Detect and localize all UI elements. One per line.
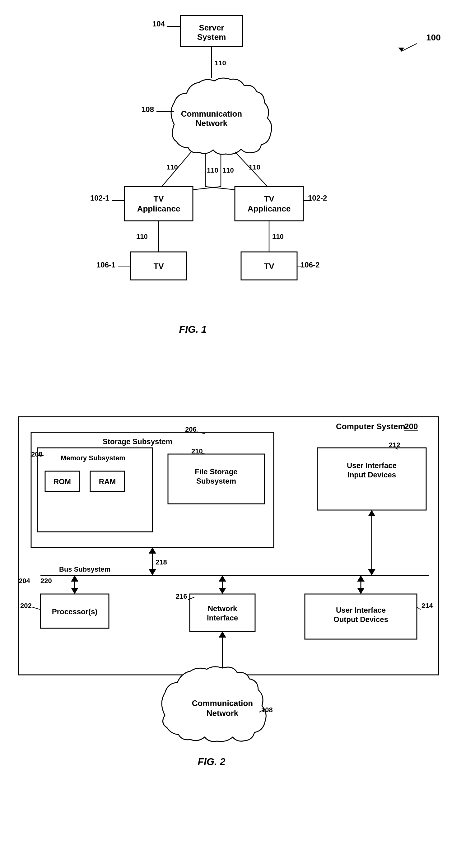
ui-output-label: User Interface [336,606,386,614]
network-interface-label: Network [208,604,237,613]
ref-106-2: 106-2 [301,260,319,269]
ref-110-top: 110 [215,59,226,67]
fig1-label: FIG. 1 [179,324,207,335]
memory-subsystem-label: Memory Subsystem [61,454,125,462]
rom-label: ROM [54,477,71,486]
comm-network-cloud-fig1: Communication Network [171,78,272,154]
ref-100: 100 [426,33,441,42]
ref-108-fig1: 108 [142,105,154,114]
ram-label: RAM [99,477,116,486]
ref-214: 214 [422,602,433,610]
ui-input-box [317,448,426,510]
fig1-diagram: 100 Server System 104 110 Communication … [0,6,461,410]
tv-appliance2-box [235,187,303,221]
ref-110-bl: 110 [136,232,148,240]
tv-app2-label2: Applicance [248,204,291,213]
server-label: Server [199,23,224,32]
network-interface-box [190,594,255,631]
page: 100 Server System 104 110 Communication … [0,0,461,868]
tv-appliance1-box [124,187,193,221]
file-storage-label2: Subsystem [196,477,236,485]
fig2-diagram: Computer System 200 Storage Subsystem 20… [0,410,461,868]
ref-110-mr: 110 [222,166,234,174]
ref-212: 212 [389,441,400,449]
processors-label: Processor(s) [52,608,98,616]
tv-app2-label: TV [264,194,274,204]
ref-204: 204 [19,577,30,585]
file-storage-label: File Storage [195,467,237,476]
ref-110-right: 110 [249,163,260,171]
comm-network-label2-fig2: Network [207,709,239,718]
svg-line-0 [401,43,417,51]
ref-102-1: 102-1 [90,194,109,202]
ref-202: 202 [20,602,32,610]
ui-input-label2: Input Devices [347,470,396,479]
ref-218: 218 [156,558,167,566]
ref-216: 216 [176,592,187,600]
computer-system-200: 200 [404,422,418,431]
comm-network-label-fig1: Communication [181,109,242,119]
fig2-label: FIG. 2 [198,756,225,767]
comm-network-cloud-fig2: Communication Network [162,667,266,741]
ref-220: 220 [40,577,52,585]
ref-104: 104 [152,20,165,28]
server-label2: System [197,32,226,42]
ref-110-br: 110 [272,232,284,240]
comm-network-label2-fig1: Network [196,119,228,128]
svg-marker-1 [398,48,404,51]
tv-app1-label2: Applicance [137,204,180,213]
storage-subsystem-label: Storage Subsystem [103,437,172,446]
comm-network-label-fig2: Communication [192,699,253,708]
ref-206: 206 [185,426,196,433]
network-interface-label2: Interface [207,614,238,622]
ref-208: 208 [31,450,42,458]
ref-106-1: 106-1 [96,260,115,269]
ref-110-left: 110 [166,163,178,171]
ref-210: 210 [191,447,203,455]
tv-app1-label: TV [153,194,164,204]
tv1-label: TV [153,261,164,271]
bus-subsystem-label: Bus Subsystem [59,565,111,573]
tv2-label: TV [264,261,274,271]
ref-110-ml: 110 [207,166,218,174]
ui-output-label2: Output Devices [334,615,388,624]
computer-system-label: Computer System [336,422,405,431]
ui-input-label: User Interface [347,461,397,470]
